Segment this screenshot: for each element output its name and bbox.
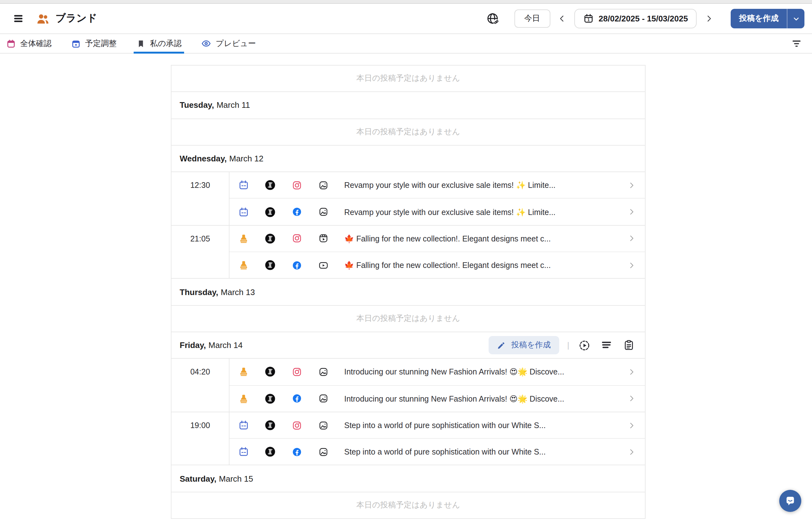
auto-schedule-button[interactable] — [577, 338, 591, 352]
tab-preview[interactable]: プレビュー — [200, 34, 257, 53]
day-date: March 13 — [221, 287, 255, 297]
chat-widget-button[interactable] — [779, 490, 801, 512]
tab-label: 予定調整 — [85, 38, 117, 49]
empty-day-row: 本日の投稿予定はありません — [171, 305, 645, 332]
chevron-left-icon — [557, 14, 567, 23]
post-row[interactable]: Introducing our stunning New Fashion Arr… — [229, 385, 645, 412]
chevron-right-icon[interactable] — [627, 234, 636, 243]
time-group-0420: 04:20 Introducing our stunning New Fashi… — [171, 359, 645, 412]
image-media-icon — [318, 420, 328, 430]
image-media-icon — [318, 393, 328, 404]
pencil-icon — [497, 340, 506, 350]
chevron-right-icon[interactable] — [627, 261, 636, 269]
prev-range-button[interactable] — [554, 11, 570, 26]
brand-avatar — [265, 206, 276, 217]
day-date: March 15 — [219, 474, 253, 483]
post-text: 🍁 Falling for the new collection!. Elega… — [344, 234, 551, 243]
instagram-icon — [291, 367, 302, 377]
clipboard-button[interactable] — [622, 338, 635, 352]
post-text: Revamp your style with our exclusive sal… — [344, 207, 555, 217]
post-text: Introducing our stunning New Fashion Arr… — [344, 394, 564, 403]
create-post-dropdown-button[interactable] — [787, 9, 805, 28]
day-create-post-button[interactable]: 投稿を作成 — [489, 336, 559, 354]
post-row[interactable]: 🍁 Falling for the new collection!. Elega… — [229, 252, 645, 278]
reels-media-icon — [318, 233, 328, 244]
filter-button[interactable] — [789, 36, 804, 51]
tab-label: 私の承認 — [150, 38, 182, 49]
chevron-right-icon[interactable] — [627, 448, 636, 457]
post-text: Introducing our stunning New Fashion Arr… — [344, 367, 564, 377]
tab-schedule-adjust[interactable]: 予定調整 — [70, 34, 118, 53]
time-label: 12:30 — [171, 172, 229, 199]
time-label: 19:00 — [171, 412, 229, 439]
brand-avatar — [265, 180, 276, 191]
day-header-wednesday: Wednesday, March 12 — [171, 146, 645, 173]
post-row[interactable]: 🍁 Falling for the new collection!. Elega… — [229, 226, 645, 252]
post-row[interactable]: Step into a world of pure sophistication… — [229, 412, 645, 439]
day-name: Wednesday, — [180, 154, 227, 163]
empty-day-row: 本日の投稿予定はありません — [171, 119, 645, 146]
window-top-strip — [0, 0, 812, 4]
day-create-post-label: 投稿を作成 — [511, 340, 551, 350]
day-date: March 14 — [208, 340, 242, 350]
calendar-blue-icon — [71, 39, 81, 48]
empty-day-row: 本日の投稿予定はありません — [171, 65, 645, 92]
post-text: Revamp your style with our exclusive sal… — [344, 181, 555, 190]
day-name: Thursday, — [180, 287, 218, 297]
stamp-approval-icon — [238, 233, 249, 244]
create-post-button[interactable]: 投稿を作成 — [731, 9, 787, 28]
chevron-right-icon[interactable] — [627, 207, 636, 216]
post-text: Step into a world of pure sophistication… — [344, 448, 546, 457]
day-header-tuesday: Tuesday, March 11 — [171, 92, 645, 119]
chevron-right-icon[interactable] — [627, 181, 636, 190]
next-range-button[interactable] — [701, 11, 716, 26]
brand-avatar — [265, 260, 276, 270]
date-range-label: 28/02/2025 - 15/03/2025 — [598, 14, 688, 23]
empty-day-row: 本日の投稿予定はありません — [171, 493, 645, 519]
tab-label: 全体確認 — [20, 38, 52, 49]
image-media-icon — [318, 367, 328, 377]
tab-my-approvals[interactable]: 私の承認 — [135, 34, 183, 53]
chevron-right-icon[interactable] — [627, 394, 636, 403]
video-media-icon — [318, 260, 328, 270]
brand: ブランド — [36, 12, 97, 25]
chevron-down-icon — [792, 14, 800, 23]
post-row[interactable]: Revamp your style with our exclusive sal… — [229, 198, 645, 225]
facebook-icon — [291, 206, 302, 217]
instagram-icon — [291, 180, 302, 191]
actions-divider: | — [567, 340, 569, 350]
header-actions: 今日 28/02/2025 - 15/03/2025 投稿を作成 — [485, 9, 805, 28]
day-name: Friday, — [180, 340, 206, 350]
schedule-list: 本日の投稿予定はありません Tuesday, March 11 本日の投稿予定は… — [171, 65, 646, 519]
chevron-right-icon[interactable] — [627, 367, 636, 376]
calendar-scheduled-icon — [238, 206, 249, 217]
instagram-icon — [291, 420, 302, 430]
post-row[interactable]: Step into a world of pure sophistication… — [229, 438, 645, 465]
menu-button[interactable] — [10, 11, 26, 27]
brand-avatar — [265, 233, 276, 244]
post-row[interactable]: Introducing our stunning New Fashion Arr… — [229, 359, 645, 385]
globe-link-icon — [486, 12, 500, 25]
today-button[interactable]: 今日 — [514, 9, 550, 28]
chat-bubble-icon — [784, 495, 796, 507]
eye-icon — [201, 38, 211, 48]
time-group-1900: 19:00 Step into a world of pure sophisti… — [171, 412, 645, 466]
date-range-button[interactable]: 28/02/2025 - 15/03/2025 — [574, 9, 697, 28]
post-text: Step into a world of pure sophistication… — [344, 421, 546, 430]
brand-avatar — [265, 393, 276, 404]
globe-link-button[interactable] — [485, 11, 500, 26]
time-label: 04:20 — [171, 359, 229, 386]
filter-icon — [790, 38, 802, 49]
day-name: Tuesday, — [180, 101, 214, 110]
bulk-list-button[interactable] — [600, 338, 613, 352]
tab-overview[interactable]: 全体確認 — [5, 34, 53, 53]
create-post-split-button: 投稿を作成 — [731, 9, 805, 28]
chevron-right-icon[interactable] — [627, 421, 636, 430]
day-hover-actions: 投稿を作成 | — [489, 336, 635, 354]
instagram-icon — [291, 233, 302, 244]
day-date: March 12 — [229, 154, 263, 163]
schedule-play-icon — [578, 339, 591, 352]
stamp-approval-icon — [238, 367, 249, 377]
facebook-icon — [291, 393, 302, 404]
post-row[interactable]: Revamp your style with our exclusive sal… — [229, 172, 645, 198]
